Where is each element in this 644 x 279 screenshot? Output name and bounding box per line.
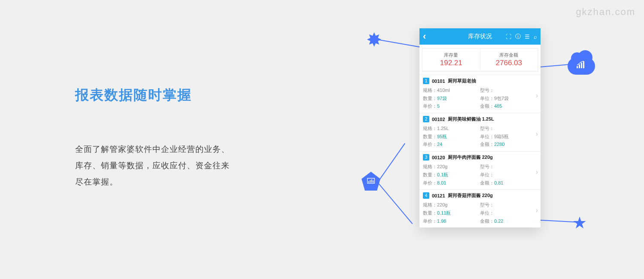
amount-value: 2280	[494, 142, 504, 147]
svg-rect-7	[581, 63, 582, 68]
connector-line	[541, 64, 571, 67]
svg-rect-2	[370, 180, 371, 183]
item-index: 2	[423, 116, 429, 122]
qty-label: 数量：	[423, 172, 437, 177]
unit-label: 单位：	[480, 96, 494, 101]
amount-value: 0.81	[494, 180, 503, 185]
item-header: 100101厨邦草菇老抽	[423, 78, 537, 84]
spec-label: 规格：	[423, 164, 437, 169]
item-name: 厨邦草菇老抽	[448, 78, 476, 84]
price-value: 8.01	[437, 180, 446, 185]
search-icon[interactable]: ⌕	[534, 33, 537, 40]
price-value: 1.98	[437, 218, 446, 224]
connector-line	[541, 220, 577, 222]
item-index: 1	[423, 78, 429, 84]
stock-qty-label: 库存量	[422, 52, 480, 58]
burst-icon: ✸	[366, 29, 382, 51]
header-actions: ⛶ ⓘ ☰ ⌕	[506, 33, 537, 40]
qty-value: 0.11瓶	[437, 210, 451, 215]
qty-label: 数量：	[423, 210, 437, 215]
amount-value: 485	[494, 103, 502, 109]
cloud-chart-icon	[568, 55, 595, 76]
model-label: 型号：	[480, 88, 494, 93]
price-label: 单价：	[423, 218, 437, 224]
svg-rect-1	[368, 181, 369, 182]
amount-label: 金额：	[480, 103, 494, 109]
chevron-right-icon: ›	[536, 168, 538, 176]
connector-line	[378, 143, 405, 181]
inventory-item[interactable]: 300120厨邦牛肉拌面酱 220g规格：220g型号：数量：0.1瓶单位：单价…	[419, 151, 541, 189]
inventory-list: 100101厨邦草菇老抽规格：410ml型号：数量：97袋单位：9包7袋单价：5…	[419, 75, 541, 227]
qty-label: 数量：	[423, 96, 437, 101]
app-header: ‹ 库存状况 ⛶ ⓘ ☰ ⌕	[419, 28, 541, 45]
unit-value: 9包7袋	[494, 96, 509, 101]
amount-label: 金额：	[480, 142, 494, 147]
summary-panel: 库存量 192.21 库存金额 2766.03	[422, 48, 538, 71]
info-icon[interactable]: ⓘ	[515, 33, 521, 40]
stock-qty-value: 192.21	[422, 59, 480, 67]
svg-rect-5	[577, 66, 578, 68]
spec-value: 1.25L	[437, 126, 449, 131]
item-header: 300120厨邦牛肉拌面酱 220g	[423, 154, 537, 161]
price-label: 单价：	[423, 142, 437, 147]
unit-label: 单位：	[480, 172, 494, 177]
spec-value: 220g	[437, 164, 447, 169]
spec-value: 410ml	[437, 88, 450, 93]
scan-icon[interactable]: ⛶	[506, 33, 511, 40]
svg-rect-3	[371, 179, 372, 183]
model-label: 型号：	[480, 202, 494, 207]
item-name: 厨邦美味鲜酱油 1.25L	[448, 116, 494, 122]
item-index: 4	[423, 192, 429, 199]
svg-rect-8	[583, 61, 584, 68]
spec-label: 规格：	[423, 126, 437, 131]
desc-line: 库存、销量等数据，应收应付、资金往来	[75, 158, 281, 174]
connector-line	[377, 182, 413, 224]
item-code: 00121	[432, 193, 445, 198]
headline: 报表数据随时掌握	[75, 86, 281, 105]
model-label: 型号：	[480, 164, 494, 169]
qty-value: 0.1瓶	[437, 172, 448, 177]
chevron-right-icon: ›	[536, 206, 538, 214]
item-code: 00101	[432, 79, 445, 84]
qty-value: 95瓶	[437, 134, 447, 139]
description: 全面了解管家婆软件中企业经营的业务、 库存、销量等数据，应收应付、资金往来 尽在…	[75, 141, 281, 190]
inventory-item[interactable]: 100101厨邦草菇老抽规格：410ml型号：数量：97袋单位：9包7袋单价：5…	[419, 75, 541, 113]
item-code: 00102	[432, 117, 445, 122]
star-icon: ★	[572, 213, 587, 232]
price-label: 单价：	[423, 180, 437, 185]
spec-label: 规格：	[423, 88, 437, 93]
qty-value: 97袋	[437, 96, 447, 101]
unit-value: 9箱5瓶	[494, 134, 509, 139]
price-label: 单价：	[423, 103, 437, 109]
amount-label: 金额：	[480, 180, 494, 185]
item-header: 200102厨邦美味鲜酱油 1.25L	[423, 116, 537, 122]
desc-line: 全面了解管家婆软件中企业经营的业务、	[75, 141, 281, 158]
amount-label: 金额：	[480, 218, 494, 224]
chevron-right-icon: ›	[536, 130, 538, 138]
stock-amount-value: 2766.03	[480, 59, 538, 67]
item-name: 厨邦牛肉拌面酱 220g	[448, 154, 493, 161]
inventory-item[interactable]: 400121厨邦香菇拌面酱 220g规格：220g型号：数量：0.11瓶单位：单…	[419, 189, 541, 227]
stock-qty-box[interactable]: 库存量 192.21	[422, 49, 480, 71]
unit-label: 单位：	[480, 134, 494, 139]
item-name: 厨邦香菇拌面酱 220g	[448, 192, 493, 199]
svg-rect-4	[373, 180, 374, 182]
inventory-item[interactable]: 200102厨邦美味鲜酱油 1.25L规格：1.25L型号：数量：95瓶单位：9…	[419, 113, 541, 151]
phone-mockup: ‹ 库存状况 ⛶ ⓘ ☰ ⌕ 库存量 192.21 库存金额 2766.03 1…	[419, 28, 541, 227]
connector-line	[380, 39, 422, 48]
item-index: 3	[423, 154, 429, 161]
model-label: 型号：	[480, 126, 494, 131]
amount-value: 0.22	[494, 218, 503, 224]
unit-label: 单位：	[480, 210, 494, 215]
list-icon[interactable]: ☰	[525, 33, 530, 40]
spec-value: 220g	[437, 202, 447, 207]
desc-line: 尽在掌握。	[75, 174, 281, 190]
item-header: 400121厨邦香菇拌面酱 220g	[423, 192, 537, 199]
watermark: gkzhan.com	[576, 6, 635, 18]
spec-label: 规格：	[423, 202, 437, 207]
stock-amount-label: 库存金额	[480, 52, 538, 58]
marketing-copy: 报表数据随时掌握 全面了解管家婆软件中企业经营的业务、 库存、销量等数据，应收应…	[75, 86, 281, 190]
stock-amount-box[interactable]: 库存金额 2766.03	[480, 49, 538, 71]
pentagon-icon	[361, 172, 380, 191]
qty-label: 数量：	[423, 134, 437, 139]
